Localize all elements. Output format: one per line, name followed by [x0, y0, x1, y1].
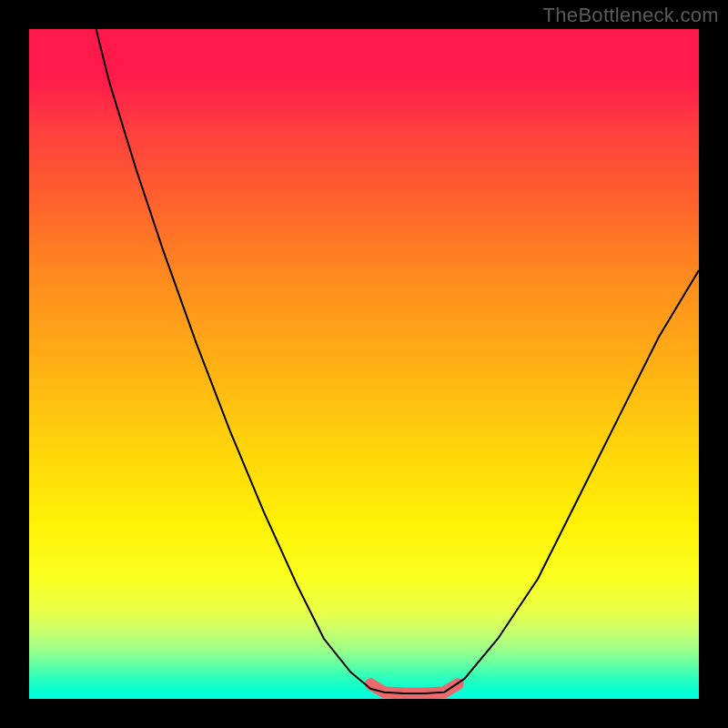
- bottleneck-curve: [96, 29, 699, 693]
- watermark-text: TheBottleneck.com: [543, 4, 719, 27]
- plot-area: [29, 29, 699, 699]
- curve-svg: [29, 29, 699, 699]
- chart-frame: TheBottleneck.com: [0, 0, 728, 728]
